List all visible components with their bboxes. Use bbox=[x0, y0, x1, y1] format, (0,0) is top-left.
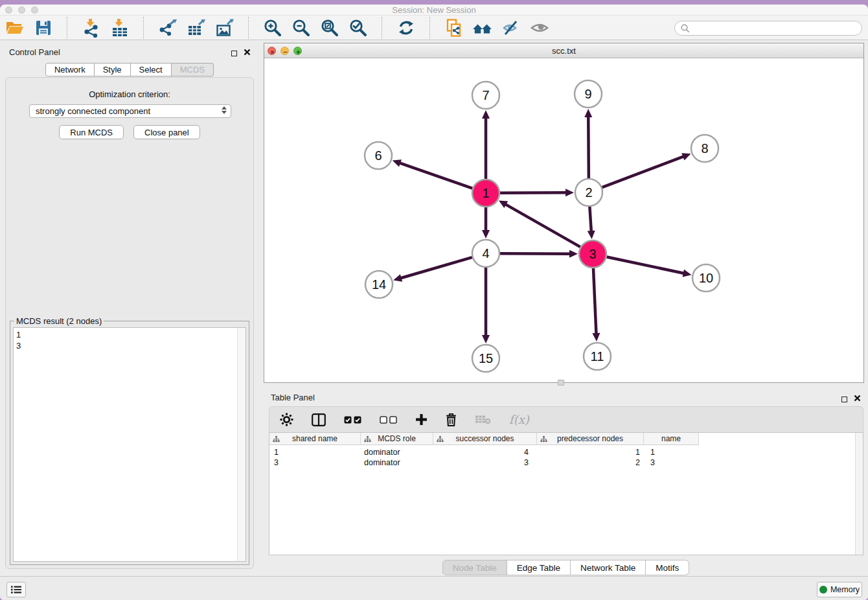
table-row[interactable]: 3 dominator 3 2 3 bbox=[269, 457, 863, 468]
table-panel-float-button[interactable] bbox=[841, 393, 847, 405]
memory-button[interactable]: Memory bbox=[817, 582, 862, 597]
deselect-all-rows-button[interactable] bbox=[380, 416, 397, 424]
column-header-successor-nodes[interactable]: successor nodes bbox=[433, 433, 537, 445]
column-visibility-button[interactable] bbox=[312, 413, 326, 426]
export-image-button[interactable] bbox=[214, 17, 235, 39]
table-header-row: shared name MCDS role successor nodes pr… bbox=[269, 433, 863, 445]
tab-network[interactable]: Network bbox=[45, 63, 95, 76]
tab-network-table[interactable]: Network Table bbox=[571, 560, 646, 575]
graph-node-4[interactable]: 4 bbox=[472, 240, 499, 267]
export-table-button[interactable] bbox=[185, 17, 207, 39]
graph-node-1[interactable]: 1 bbox=[472, 179, 499, 207]
clone-network-icon bbox=[444, 18, 464, 38]
criterion-selected-value: strongly connected component bbox=[36, 106, 150, 116]
mcds-result-text[interactable]: 1 3 bbox=[13, 327, 246, 562]
column-header-shared-name[interactable]: shared name bbox=[269, 433, 361, 445]
toolbar-separator bbox=[382, 17, 382, 39]
graph-node-9[interactable]: 9 bbox=[575, 80, 602, 108]
graph-edge[interactable] bbox=[607, 257, 685, 273]
delete-table-button[interactable] bbox=[475, 414, 491, 425]
graph-edge-arrowhead bbox=[393, 159, 402, 167]
toolbar-separator bbox=[248, 17, 249, 39]
graph-node-7[interactable]: 7 bbox=[472, 82, 499, 109]
select-all-rows-button[interactable] bbox=[344, 416, 361, 424]
network-graph[interactable]: 1234678910111415 bbox=[264, 58, 863, 382]
column-header-predecessor-nodes[interactable]: predecessor nodes bbox=[537, 433, 644, 445]
hide-selected-button[interactable] bbox=[500, 17, 521, 39]
control-panel-float-button[interactable] bbox=[231, 47, 237, 59]
tab-motifs[interactable]: Motifs bbox=[646, 560, 689, 575]
mcds-result-title: MCDS result (2 nodes) bbox=[14, 316, 104, 326]
checkbox-checked-icon bbox=[354, 416, 361, 424]
graph-edge[interactable] bbox=[602, 156, 685, 187]
mcds-panel: Optimization criterion: strongly connect… bbox=[5, 77, 254, 569]
float-icon bbox=[231, 51, 237, 56]
graph-edge-arrowhead bbox=[482, 110, 490, 119]
import-table-button[interactable] bbox=[109, 17, 130, 39]
show-all-button[interactable] bbox=[529, 17, 550, 39]
panel-resize-handle[interactable] bbox=[558, 380, 564, 386]
list-icon bbox=[10, 585, 22, 594]
zoom-fit-button[interactable] bbox=[319, 17, 340, 39]
graph-edge[interactable] bbox=[399, 163, 472, 189]
graph-edge[interactable] bbox=[500, 253, 571, 254]
graph-edge[interactable] bbox=[588, 116, 589, 178]
column-header-name[interactable]: name bbox=[644, 433, 699, 445]
run-mcds-button[interactable]: Run MCDS bbox=[59, 125, 124, 139]
control-panel-close-button[interactable] bbox=[244, 47, 251, 58]
column-header-mcds-role[interactable]: MCDS role bbox=[361, 433, 433, 445]
eye-slash-icon bbox=[501, 18, 521, 38]
delete-column-button[interactable] bbox=[446, 413, 457, 426]
export-network-button[interactable] bbox=[157, 17, 178, 39]
graph-edge[interactable] bbox=[400, 257, 472, 278]
table-options-button[interactable] bbox=[280, 413, 293, 426]
graph-node-3[interactable]: 3 bbox=[579, 240, 606, 268]
open-session-button[interactable] bbox=[4, 17, 25, 39]
graph-node-label: 11 bbox=[591, 349, 604, 363]
graph-node-2[interactable]: 2 bbox=[575, 179, 602, 206]
graph-node-6[interactable]: 6 bbox=[365, 142, 392, 169]
graph-node-14[interactable]: 14 bbox=[365, 271, 393, 298]
tab-style[interactable]: Style bbox=[95, 63, 131, 76]
zoom-out-button[interactable] bbox=[290, 17, 312, 39]
search-input[interactable] bbox=[674, 21, 862, 36]
add-column-button[interactable] bbox=[415, 413, 428, 426]
home-view-button[interactable] bbox=[472, 17, 493, 39]
graph-edge[interactable] bbox=[589, 207, 591, 232]
refresh-layout-button[interactable] bbox=[395, 17, 417, 39]
table-row[interactable]: 1 dominator 4 1 1 bbox=[269, 447, 863, 457]
network-window-titlebar[interactable]: scc.txt bbox=[264, 43, 863, 58]
import-network-button[interactable] bbox=[80, 17, 102, 39]
table-scrollbar[interactable] bbox=[855, 433, 863, 555]
graph-edge[interactable] bbox=[505, 204, 580, 247]
graph-node-label: 4 bbox=[482, 246, 489, 260]
float-icon bbox=[841, 397, 847, 402]
criterion-select[interactable]: strongly connected component bbox=[29, 104, 231, 118]
graph-edge[interactable] bbox=[593, 268, 597, 334]
import-network-icon bbox=[82, 18, 101, 38]
tab-node-table[interactable]: Node Table bbox=[442, 560, 507, 575]
network-canvas[interactable]: 1234678910111415 bbox=[264, 58, 863, 382]
function-builder-button[interactable]: f(x) bbox=[509, 413, 529, 426]
tab-edge-table[interactable]: Edge Table bbox=[507, 560, 571, 575]
close-panel-button[interactable]: Close panel bbox=[133, 125, 200, 139]
zoom-in-button[interactable] bbox=[262, 17, 283, 39]
graph-node-10[interactable]: 10 bbox=[692, 264, 720, 292]
save-session-button[interactable] bbox=[32, 17, 54, 39]
graph-node-8[interactable]: 8 bbox=[691, 135, 718, 162]
tab-mcds[interactable]: MCDS bbox=[172, 63, 214, 76]
graph-node-11[interactable]: 11 bbox=[584, 343, 611, 370]
control-panel-title: Control Panel bbox=[9, 47, 60, 57]
close-icon bbox=[244, 49, 251, 56]
task-history-button[interactable] bbox=[6, 582, 26, 597]
result-scrollbar[interactable] bbox=[237, 328, 246, 561]
fx-icon: f(x) bbox=[509, 413, 529, 426]
graph-edge[interactable] bbox=[500, 192, 567, 193]
clone-network-button[interactable] bbox=[443, 17, 464, 39]
tab-select[interactable]: Select bbox=[131, 63, 172, 76]
hierarchy-icon bbox=[364, 435, 371, 444]
zoom-selected-button[interactable] bbox=[347, 17, 369, 39]
table-panel-close-button[interactable] bbox=[854, 393, 861, 404]
graph-node-label: 6 bbox=[374, 148, 382, 163]
graph-node-15[interactable]: 15 bbox=[472, 345, 499, 372]
